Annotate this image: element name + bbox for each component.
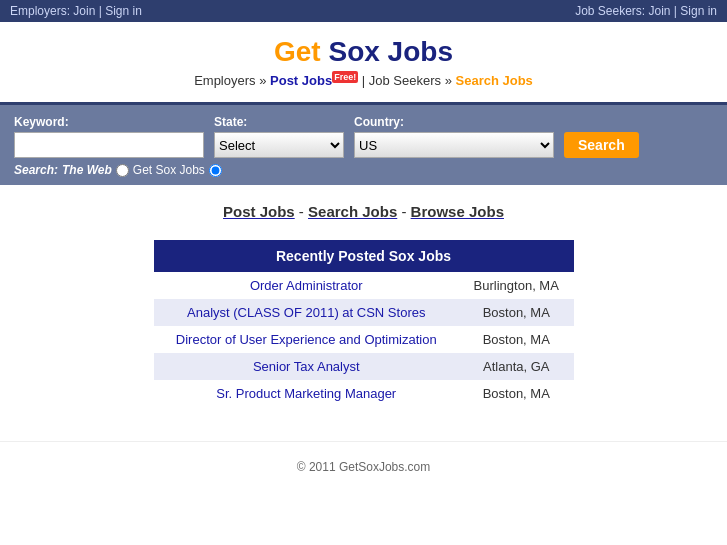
job-location-cell: Boston, MA [459,299,574,326]
table-row: Senior Tax Analyst Atlanta, GA [154,353,574,380]
job-title-cell: Director of User Experience and Optimiza… [154,326,459,353]
browse-jobs-link[interactable]: Browse Jobs [411,203,504,220]
title-sox: Sox [321,36,380,67]
job-location-cell: Boston, MA [459,326,574,353]
free-badge: Free! [332,71,358,83]
jobseeker-topbar-text: Job Seekers: Join | Sign in [575,4,717,18]
job-title-cell: Order Administrator [154,272,459,299]
nav-jobseekers-label: Job Seekers [369,73,441,88]
employer-topbar-text: Employers: Join | Sign in [10,4,142,18]
job-location-cell: Boston, MA [459,380,574,407]
header-nav: Employers » Post JobsFree! | Job Seekers… [0,72,727,88]
page-links: Post Jobs - Search Jobs - Browse Jobs [30,203,697,220]
nav-employers-label: Employers [194,73,255,88]
country-select[interactable]: US CA GB AU Other [354,132,554,158]
search-web-radio[interactable] [116,164,129,177]
jobs-table: Recently Posted Sox Jobs Order Administr… [154,240,574,407]
state-group: State: Select ALAKAZAR CACOCTDE FLGAHIID… [214,115,344,158]
copyright-text: © 2011 GetSoxJobs.com [297,460,431,474]
job-location-cell: Atlanta, GA [459,353,574,380]
keyword-label: Keyword: [14,115,204,129]
search-fields: Keyword: State: Select ALAKAZAR CACOCTDE… [14,115,713,158]
job-title-link[interactable]: Director of User Experience and Optimiza… [176,332,437,347]
search-radio-group: Search: The Web Get Sox Jobs [14,163,713,177]
title-get: Get [274,36,321,67]
job-title-link[interactable]: Senior Tax Analyst [253,359,360,374]
job-title-link[interactable]: Sr. Product Marketing Manager [216,386,396,401]
footer: © 2011 GetSoxJobs.com [0,441,727,486]
search-web-label: The Web [62,163,112,177]
table-row: Order Administrator Burlington, MA [154,272,574,299]
state-label: State: [214,115,344,129]
state-select[interactable]: Select ALAKAZAR CACOCTDE FLGAHIID ILINIA… [214,132,344,158]
job-title-link[interactable]: Order Administrator [250,278,363,293]
jobs-table-header: Recently Posted Sox Jobs [154,240,574,272]
title-jobs: Jobs [380,36,453,67]
country-label: Country: [354,115,554,129]
site-header: Get Sox Jobs Employers » Post JobsFree! … [0,22,727,94]
site-title: Get Sox Jobs [0,36,727,68]
search-site-radio[interactable] [209,164,222,177]
top-bar: Employers: Join | Sign in Job Seekers: J… [0,0,727,22]
nav-search-jobs-link[interactable]: Search Jobs [456,73,533,88]
job-location-cell: Burlington, MA [459,272,574,299]
job-title-cell: Senior Tax Analyst [154,353,459,380]
post-jobs-link[interactable]: Post Jobs [223,203,295,220]
search-jobs-link[interactable]: Search Jobs [308,203,397,220]
search-button[interactable]: Search [564,132,639,158]
keyword-input[interactable] [14,132,204,158]
job-title-cell: Sr. Product Marketing Manager [154,380,459,407]
job-title-cell: Analyst (CLASS OF 2011) at CSN Stores [154,299,459,326]
search-site-label: Get Sox Jobs [133,163,205,177]
search-panel: Keyword: State: Select ALAKAZAR CACOCTDE… [0,105,727,185]
country-group: Country: US CA GB AU Other [354,115,554,158]
keyword-group: Keyword: [14,115,204,158]
table-row: Analyst (CLASS OF 2011) at CSN Stores Bo… [154,299,574,326]
table-row: Sr. Product Marketing Manager Boston, MA [154,380,574,407]
main-content: Post Jobs - Search Jobs - Browse Jobs Re… [0,185,727,425]
table-row: Director of User Experience and Optimiza… [154,326,574,353]
search-radio-prefix: Search: [14,163,58,177]
nav-post-jobs-link[interactable]: Post JobsFree! [270,73,358,88]
job-title-link[interactable]: Analyst (CLASS OF 2011) at CSN Stores [187,305,425,320]
